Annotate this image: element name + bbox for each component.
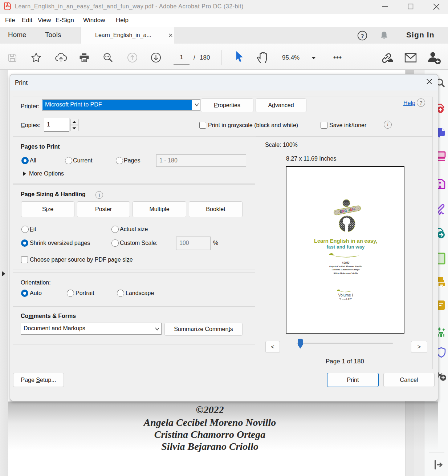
- svg-text:?: ?: [361, 33, 364, 39]
